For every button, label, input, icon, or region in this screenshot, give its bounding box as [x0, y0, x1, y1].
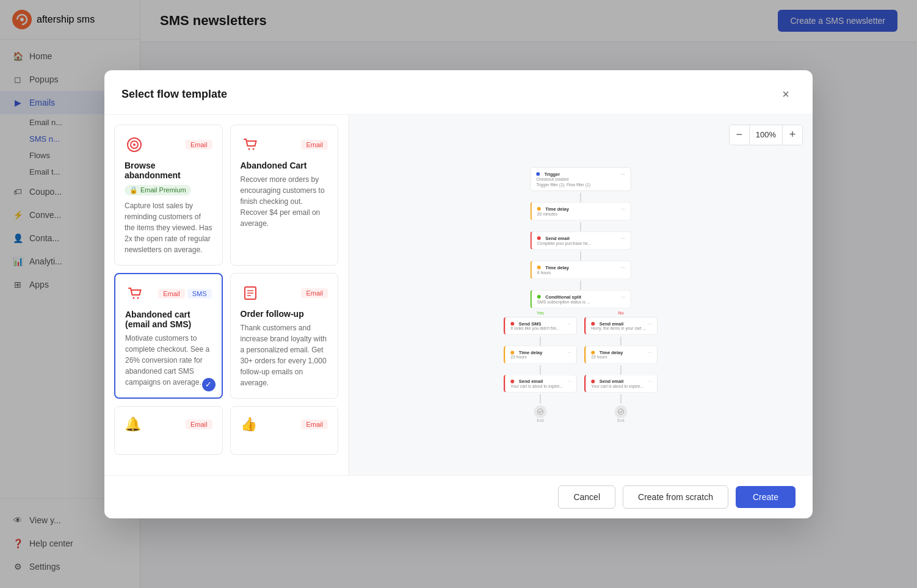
svg-point-6 — [252, 148, 254, 150]
email-sub-3: Hurry, the items in your cart ... — [591, 326, 651, 331]
template-name-3: Abandoned cart (email and SMS) — [125, 310, 212, 329]
tag-email: Email — [186, 140, 212, 150]
email-title-3: Send email — [600, 321, 624, 325]
template-card-header-3: Email SMS — [125, 284, 212, 303]
cancel-button[interactable]: Cancel — [558, 485, 615, 509]
email-menu-3: ··· — [648, 321, 652, 326]
tag-row-3: Email SMS — [158, 289, 211, 299]
conditional-dot — [537, 295, 541, 299]
delay-title-2: Time delay — [545, 264, 569, 269]
connector-6 — [540, 365, 541, 374]
zoom-in-button[interactable]: + — [783, 125, 802, 145]
delay-dot-3 — [510, 350, 514, 354]
trigger-dot — [536, 172, 540, 176]
template-card-abandoned-cart-sms[interactable]: Email SMS Abandoned cart (email and SMS)… — [114, 273, 223, 399]
template-card-browse-abandonment[interactable]: Email Browse abandonment 🔒 Email Premium… — [114, 125, 223, 266]
template-card-header-6: 👍 Email — [241, 416, 328, 432]
flow-node-sms-1: Send SMS ··· It looks like you didn't fi… — [504, 317, 577, 335]
flow-node-trigger: Trigger ··· Checkout created Trigger fil… — [531, 167, 631, 191]
tag-email-2: Email — [301, 140, 328, 150]
template-card-5[interactable]: 🔔 Email — [114, 406, 223, 455]
connector-4 — [580, 280, 581, 289]
template-description-2: Recover more orders by encouraging custo… — [241, 174, 328, 229]
delay-menu-4: ··· — [648, 350, 652, 355]
email-menu-1: ··· — [621, 235, 625, 241]
connector-1 — [580, 192, 581, 201]
template-name-4: Order follow-up — [241, 309, 328, 319]
flow-diagram: Trigger ··· Checkout created Trigger fil… — [485, 159, 677, 430]
trigger-sub: Checkout created — [536, 176, 625, 181]
email-dot-2 — [510, 379, 514, 383]
connector-2 — [580, 222, 581, 231]
email-sub-4: Your cart is about to expire... — [591, 383, 651, 388]
flow-node-email-4: Send email ··· Your cart is about to exp… — [584, 374, 658, 392]
cart-sms-icon — [125, 284, 145, 303]
select-flow-template-modal: Select flow template × Email Browse a — [104, 70, 813, 518]
template-name-2: Abandoned Cart — [241, 161, 328, 170]
template-description-4: Thank customers and increase brand loyal… — [241, 322, 328, 388]
sms-dot-1 — [510, 321, 514, 325]
svg-point-7 — [133, 297, 135, 299]
conditional-menu: ··· — [621, 294, 625, 299]
email-sub-1: Complete your purchase he... — [537, 241, 625, 245]
connector-8 — [620, 336, 622, 346]
tag-row-2: Email — [301, 140, 328, 150]
email-title-2: Send email — [519, 379, 543, 383]
tag-email-6: Email — [301, 419, 328, 429]
create-button[interactable]: Create — [736, 486, 796, 508]
tag-sms-3: SMS — [187, 289, 212, 299]
zoom-controls: − 100% + — [729, 125, 803, 145]
delay-menu-3: ··· — [568, 350, 571, 355]
flow-node-conditional: Conditional split ··· SMS subscription s… — [531, 289, 631, 308]
lock-icon: 🔒 — [129, 186, 138, 194]
modal-title: Select flow template — [121, 88, 227, 101]
delay-sub-4: 23 hours — [591, 355, 651, 360]
selected-checkmark: ✓ — [202, 378, 216, 391]
no-label: No — [618, 310, 624, 314]
template-card-header: Email — [125, 135, 212, 154]
premium-label: Email Premium — [140, 186, 186, 194]
modal-body: Email Browse abandonment 🔒 Email Premium… — [104, 115, 813, 475]
delay-dot-1 — [537, 207, 541, 211]
flow-node-delay-1: Time delay ··· 20 minutes — [531, 201, 631, 220]
email-sub-2: Your cart is about to expire... — [510, 383, 571, 388]
tag-email-4: Email — [301, 288, 328, 298]
email-menu-4: ··· — [648, 379, 652, 383]
connector-3 — [580, 251, 581, 260]
connector-10 — [620, 394, 622, 403]
connector-9 — [620, 365, 622, 374]
create-from-scratch-button[interactable]: Create from scratch — [623, 485, 728, 509]
svg-point-5 — [248, 148, 250, 150]
tag-row: Email — [186, 140, 212, 150]
template-card-6[interactable]: 👍 Email — [230, 406, 339, 455]
template-preview: − 100% + Trigger ··· C — [349, 115, 813, 475]
delay-menu-1: ··· — [621, 206, 625, 211]
template-description: Capture lost sales by reminding customer… — [125, 200, 212, 255]
bell-icon: 🔔 — [125, 416, 141, 432]
flow-branch-yes: Yes Send SMS ··· It looks like you didn'… — [504, 310, 577, 423]
trigger-menu: ··· — [621, 171, 625, 176]
modal-close-button[interactable]: × — [776, 85, 796, 104]
conditional-sub: SMS subscription status is ... — [537, 299, 625, 304]
svg-point-4 — [133, 143, 136, 146]
delay-sub-1: 20 minutes — [537, 211, 625, 216]
email-menu-2: ··· — [568, 379, 571, 383]
delay-dot-2 — [537, 266, 541, 269]
zoom-out-button[interactable]: − — [730, 125, 749, 145]
email-dot-4 — [591, 379, 595, 383]
sms-sub-1: It looks like you didn't fini... — [510, 326, 571, 331]
template-card-header-4: Email — [241, 283, 328, 303]
connector-5 — [540, 336, 541, 346]
template-card-header-2: Email — [241, 135, 328, 154]
zoom-value: 100% — [749, 125, 783, 145]
template-card-abandoned-cart[interactable]: Email Abandoned Cart Recover more orders… — [230, 125, 339, 266]
delay-menu-2: ··· — [621, 264, 625, 270]
email-title-4: Send email — [600, 379, 624, 383]
connector-7 — [540, 394, 541, 403]
tag-email-3: Email — [158, 289, 185, 299]
template-card-order-followup[interactable]: Email Order follow-up Thank customers an… — [230, 273, 339, 399]
flow-end-yes — [534, 405, 547, 418]
flow-node-email-3: Send email ··· Hurry, the items in your … — [584, 317, 658, 335]
flow-wrap: Trigger ··· Checkout created Trigger fil… — [485, 159, 677, 430]
flow-branch-no: No Send email ··· Hurry, the items in yo… — [584, 310, 658, 423]
